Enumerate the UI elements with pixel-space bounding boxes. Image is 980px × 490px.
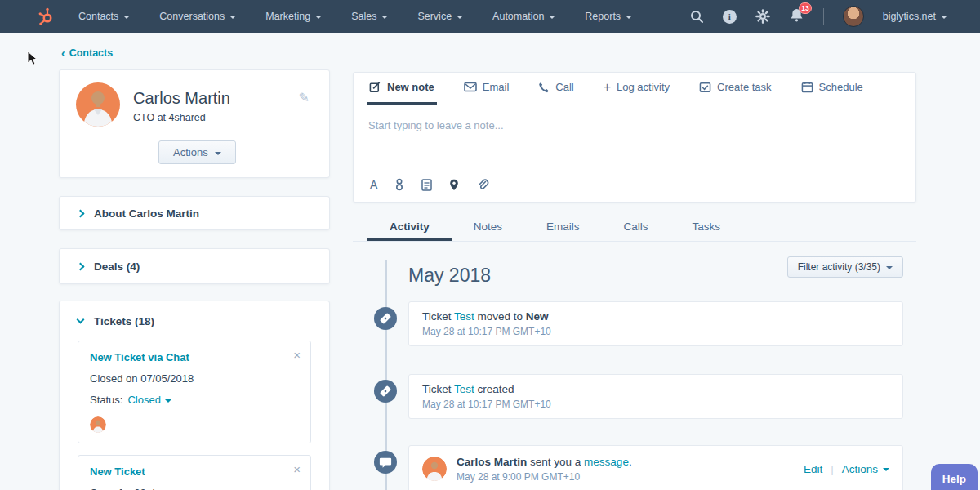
entry-text: sent you a xyxy=(530,456,581,468)
chevron-down-icon xyxy=(883,468,889,471)
edit-pencil-icon[interactable]: ✎ xyxy=(299,90,310,105)
ticket-name-link[interactable]: Test xyxy=(454,383,474,395)
document-icon[interactable] xyxy=(421,179,432,191)
timeline-entry: Carlos Martin sent you a message. May 28… xyxy=(408,445,903,490)
tickets-section-toggle[interactable]: Tickets (18) xyxy=(60,301,329,341)
help-button[interactable]: Help xyxy=(931,464,978,490)
format-text-icon[interactable]: A xyxy=(370,178,377,191)
filter-activity-label: Filter activity (3/35) xyxy=(798,261,880,273)
ticket-card: New Ticket via Chat × Closed on 07/05/20… xyxy=(78,341,311,443)
close-icon[interactable]: × xyxy=(293,348,301,362)
tab-emails[interactable]: Emails xyxy=(524,214,602,241)
contact-sidebar: Carlos Martin CTO at 4shared ✎ Actions A… xyxy=(59,69,330,490)
activity-tabs: Activity Notes Emails Calls Tasks xyxy=(353,214,916,242)
nav-label: Contacts xyxy=(78,11,118,22)
tab-label: Call xyxy=(555,81,573,93)
notifications-bell-icon[interactable]: 13 xyxy=(789,7,804,26)
contact-job-title: CTO at 4shared xyxy=(133,112,230,123)
tab-tasks[interactable]: Tasks xyxy=(670,214,743,241)
composer-tabs: New note Email Call xyxy=(354,73,915,105)
entry-timestamp: May 28 at 9:00 PM GMT+10 xyxy=(457,471,632,483)
gear-icon[interactable] xyxy=(755,9,770,24)
ticket-owner-avatar xyxy=(90,416,106,433)
actions-button-label: Actions xyxy=(173,146,208,158)
chevron-down-icon xyxy=(215,152,221,155)
actions-dropdown-label: Actions xyxy=(842,463,878,475)
tab-email[interactable]: Email xyxy=(461,72,512,105)
ticket-title-link[interactable]: New Ticket via Chat xyxy=(90,351,299,363)
message-entry-body: Carlos Martin sent you a message. May 28… xyxy=(457,456,632,483)
actions-dropdown[interactable]: Actions xyxy=(842,463,889,475)
hubspot-logo-icon[interactable] xyxy=(36,6,57,27)
tab-label: Email xyxy=(483,81,510,93)
task-icon xyxy=(699,82,711,93)
tab-log-activity[interactable]: + Log activity xyxy=(601,72,672,105)
tab-create-task[interactable]: Create task xyxy=(697,72,773,105)
chevron-right-icon xyxy=(77,209,85,217)
tab-call[interactable]: Call xyxy=(536,72,576,105)
tab-activity[interactable]: Activity xyxy=(368,214,452,241)
close-icon[interactable]: × xyxy=(293,462,301,476)
about-section-title: About Carlos Martin xyxy=(94,207,199,220)
chevron-down-icon xyxy=(886,266,893,270)
ticket-status-dropdown[interactable]: Closed xyxy=(127,394,171,406)
entry-text: Ticket xyxy=(422,310,452,323)
tab-label: Schedule xyxy=(819,81,863,93)
tab-notes[interactable]: Notes xyxy=(452,214,524,241)
chevron-down-icon xyxy=(123,16,130,19)
user-avatar[interactable] xyxy=(843,6,864,27)
tab-label: Activity xyxy=(390,220,430,233)
breadcrumb[interactable]: ‹ Contacts xyxy=(61,47,113,60)
calendar-icon xyxy=(801,81,813,93)
chevron-down-icon xyxy=(941,16,947,19)
timeline-month-header: May 2018 xyxy=(408,265,491,287)
nav-item-reports[interactable]: Reports xyxy=(585,11,632,22)
ticket-detail: Open for 22 days xyxy=(90,487,299,490)
actions-divider: | xyxy=(831,463,834,475)
nav-item-automation[interactable]: Automation xyxy=(492,11,555,22)
nav-item-marketing[interactable]: Marketing xyxy=(265,11,322,22)
ticket-title-link[interactable]: New Ticket xyxy=(90,466,299,478)
tab-calls[interactable]: Calls xyxy=(602,214,670,241)
note-input[interactable]: Start typing to leave a note... xyxy=(354,105,915,145)
pin-icon[interactable] xyxy=(449,179,459,191)
ticket-name-link[interactable]: Test xyxy=(454,310,474,323)
deals-section-title: Deals (4) xyxy=(94,261,140,273)
nav-item-sales[interactable]: Sales xyxy=(351,11,388,22)
search-icon[interactable] xyxy=(689,9,704,24)
nav-label: Automation xyxy=(492,11,544,22)
edit-link[interactable]: Edit xyxy=(804,463,822,475)
primary-nav-items: Contacts Conversations Marketing Sales S… xyxy=(78,11,632,22)
compose-note-icon xyxy=(369,81,381,93)
message-sender-avatar xyxy=(422,457,447,481)
attachment-paperclip-icon[interactable] xyxy=(476,178,489,191)
deals-section-toggle[interactable]: Deals (4) xyxy=(59,248,330,284)
info-icon[interactable]: i xyxy=(723,10,737,24)
nav-item-contacts[interactable]: Contacts xyxy=(78,11,130,22)
timeline-entry: Ticket Test created May 28 at 10:17 PM G… xyxy=(408,374,903,419)
nav-label: Marketing xyxy=(265,11,310,22)
ticket-status-value: Closed xyxy=(127,394,160,406)
chevron-down-icon xyxy=(457,16,463,19)
chevron-down-icon xyxy=(165,399,172,403)
chevron-down-icon xyxy=(77,316,85,324)
activity-timeline: May 2018 Filter activity (3/35) Ticket xyxy=(353,242,916,490)
about-section-toggle[interactable]: About Carlos Martin xyxy=(59,196,330,230)
tab-label: Log activity xyxy=(617,81,670,93)
tab-new-note[interactable]: New note xyxy=(367,72,437,105)
nav-utilities: i 13 biglytics.net xyxy=(689,6,947,27)
contact-identity: Carlos Martin CTO at 4shared xyxy=(133,82,230,123)
nav-label: Service xyxy=(417,11,452,22)
chevron-down-icon xyxy=(626,16,632,19)
filter-activity-button[interactable]: Filter activity (3/35) xyxy=(787,256,903,278)
ticket-status-label: Status: xyxy=(90,394,122,406)
mouse-cursor xyxy=(27,51,38,69)
nav-item-service[interactable]: Service xyxy=(417,11,463,22)
tab-schedule[interactable]: Schedule xyxy=(799,72,866,105)
nav-item-conversations[interactable]: Conversations xyxy=(159,11,236,22)
account-menu[interactable]: biglytics.net xyxy=(883,11,947,22)
actions-button[interactable]: Actions xyxy=(158,140,236,164)
tab-label: Emails xyxy=(546,220,580,233)
snippets-icon[interactable] xyxy=(394,178,404,191)
message-link[interactable]: message xyxy=(584,456,629,468)
